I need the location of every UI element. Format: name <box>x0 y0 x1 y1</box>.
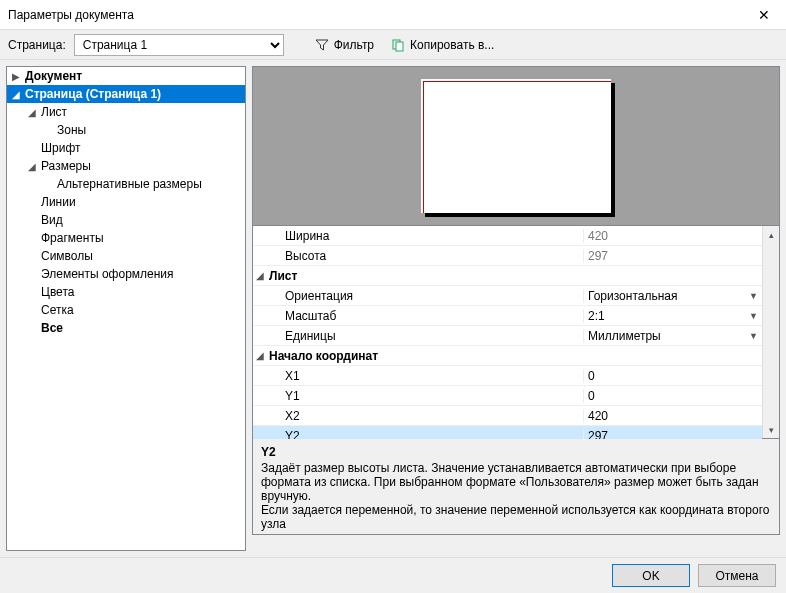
prop-units[interactable]: ЕдиницыМиллиметры▼ <box>253 326 762 346</box>
tree-item-colors[interactable]: Цвета <box>7 283 245 301</box>
right-panel: Ширина420 Высота297 ◢Лист ОриентацияГори… <box>252 66 780 551</box>
chevron-down-icon: ◢ <box>253 350 267 361</box>
tree-item-document[interactable]: ▶Документ <box>7 67 245 85</box>
tree-item-sizes[interactable]: ◢Размеры <box>7 157 245 175</box>
prop-orientation[interactable]: ОриентацияГоризонтальная▼ <box>253 286 762 306</box>
tree-item-all[interactable]: Все <box>7 319 245 337</box>
titlebar: Параметры документа ✕ <box>0 0 786 30</box>
chevron-down-icon: ◢ <box>25 107 39 118</box>
ok-button[interactable]: OK <box>612 564 690 587</box>
filter-label: Фильтр <box>334 38 374 52</box>
vertical-scrollbar[interactable]: ▴ ▾ <box>762 226 779 438</box>
desc-body: Задаёт размер высоты листа. Значение уст… <box>261 461 771 503</box>
tree-item-grid[interactable]: Сетка <box>7 301 245 319</box>
prop-y1[interactable]: Y10 <box>253 386 762 406</box>
prop-group-sheet[interactable]: ◢Лист <box>253 266 762 286</box>
description-panel: Y2 Задаёт размер высоты листа. Значение … <box>252 439 780 535</box>
chevron-down-icon: ▼ <box>749 331 758 341</box>
tree-item-zones[interactable]: Зоны <box>7 121 245 139</box>
tree-item-page[interactable]: ◢Страница (Страница 1) <box>7 85 245 103</box>
property-area: Ширина420 Высота297 ◢Лист ОриентацияГори… <box>252 226 780 439</box>
close-icon[interactable]: ✕ <box>750 3 778 27</box>
desc-title: Y2 <box>261 445 771 459</box>
tree-item-font[interactable]: Шрифт <box>7 139 245 157</box>
chevron-down-icon: ◢ <box>25 161 39 172</box>
tree-item-sheet[interactable]: ◢Лист <box>7 103 245 121</box>
toolbar: Страница: Страница 1 Фильтр Копировать в… <box>0 30 786 60</box>
cancel-button[interactable]: Отмена <box>698 564 776 587</box>
page-label: Страница: <box>8 38 66 52</box>
scroll-down-icon[interactable]: ▾ <box>763 421 779 438</box>
prop-x1[interactable]: X10 <box>253 366 762 386</box>
filter-icon <box>314 37 330 53</box>
tree-item-view[interactable]: Вид <box>7 211 245 229</box>
desc-body2: Если задается переменной, то значение пе… <box>261 503 771 531</box>
window-title: Параметры документа <box>8 8 750 22</box>
prop-scale[interactable]: Масштаб2:1▼ <box>253 306 762 326</box>
page-select[interactable]: Страница 1 <box>74 34 284 56</box>
property-grid: Ширина420 Высота297 ◢Лист ОриентацияГори… <box>253 226 762 438</box>
tree-item-lines[interactable]: Линии <box>7 193 245 211</box>
prop-height[interactable]: Высота297 <box>253 246 762 266</box>
svg-rect-1 <box>396 42 403 51</box>
chevron-down-icon: ▼ <box>749 291 758 301</box>
copy-icon <box>390 37 406 53</box>
prop-x2[interactable]: X2420 <box>253 406 762 426</box>
sheet-preview <box>421 79 611 213</box>
prop-group-origin[interactable]: ◢Начало координат <box>253 346 762 366</box>
content: ▶Документ ◢Страница (Страница 1) ◢Лист З… <box>0 60 786 557</box>
footer: OK Отмена <box>0 557 786 593</box>
copy-to-button[interactable]: Копировать в... <box>386 35 498 55</box>
chevron-down-icon: ▼ <box>749 311 758 321</box>
preview-area <box>252 66 780 226</box>
tree-item-symbols[interactable]: Символы <box>7 247 245 265</box>
chevron-down-icon: ◢ <box>9 89 23 100</box>
tree-item-alt-sizes[interactable]: Альтернативные размеры <box>7 175 245 193</box>
chevron-right-icon: ▶ <box>9 71 23 82</box>
prop-width[interactable]: Ширина420 <box>253 226 762 246</box>
filter-button[interactable]: Фильтр <box>310 35 378 55</box>
copy-to-label: Копировать в... <box>410 38 494 52</box>
chevron-down-icon: ◢ <box>253 270 267 281</box>
tree-panel: ▶Документ ◢Страница (Страница 1) ◢Лист З… <box>6 66 246 551</box>
tree-item-design-elements[interactable]: Элементы оформления <box>7 265 245 283</box>
tree-item-fragments[interactable]: Фрагменты <box>7 229 245 247</box>
scroll-up-icon[interactable]: ▴ <box>763 226 779 243</box>
